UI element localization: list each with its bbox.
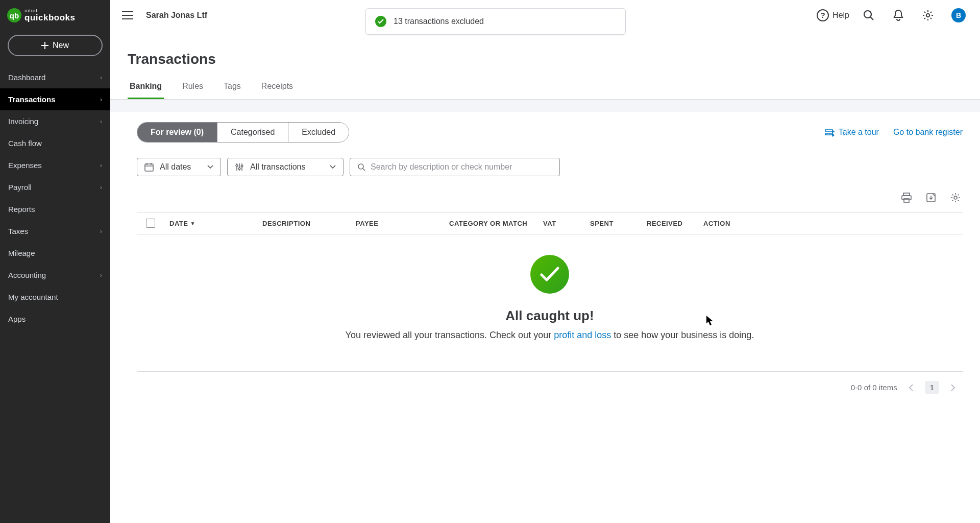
export-icon	[925, 192, 937, 203]
chevron-right-icon: ›	[100, 228, 102, 235]
search-button[interactable]	[859, 5, 879, 26]
take-a-tour-link[interactable]: Take a tour	[824, 128, 879, 137]
tab-banking[interactable]: Banking	[128, 77, 164, 99]
search-input[interactable]	[371, 162, 552, 172]
svg-rect-11	[904, 199, 909, 202]
empty-state-subtitle: You reviewed all your transactions. Chec…	[137, 330, 963, 341]
chevron-right-icon: ›	[100, 118, 102, 125]
go-to-bank-register-link[interactable]: Go to bank register	[893, 128, 963, 137]
column-header-date[interactable]: DATE▼	[164, 220, 257, 227]
sidebar-item-payroll[interactable]: Payroll›	[0, 176, 110, 198]
user-avatar[interactable]: B	[951, 8, 966, 22]
transaction-type-dropdown[interactable]: All transactions	[227, 158, 344, 176]
pill-categorised[interactable]: Categorised	[217, 123, 288, 142]
pill-for-review[interactable]: For review (0)	[137, 123, 217, 142]
hamburger-icon	[122, 11, 133, 19]
notifications-button[interactable]	[888, 5, 909, 26]
pill-excluded[interactable]: Excluded	[288, 123, 349, 142]
sidebar-item-reports[interactable]: Reports	[0, 198, 110, 220]
sidebar-item-apps[interactable]: Apps	[0, 308, 110, 330]
chevron-down-icon	[207, 165, 213, 169]
chevron-down-icon	[330, 165, 336, 169]
print-button[interactable]	[899, 191, 914, 205]
empty-state-title: All caught up!	[137, 308, 963, 324]
sidebar-item-label: Apps	[8, 315, 26, 323]
column-header-received[interactable]: RECEIVED	[642, 220, 698, 227]
svg-point-2	[864, 11, 871, 18]
sidebar-item-label: Transactions	[8, 95, 56, 104]
chevron-right-icon: ›	[100, 96, 102, 103]
company-name[interactable]: Sarah Jonas Ltf	[146, 11, 207, 20]
printer-icon	[901, 192, 912, 203]
date-filter-dropdown[interactable]: All dates	[137, 158, 221, 176]
sidebar-item-dashboard[interactable]: Dashboard›	[0, 66, 110, 88]
tab-receipts[interactable]: Receipts	[259, 77, 295, 99]
pagination-summary: 0-0 of 0 items	[851, 383, 897, 392]
plus-icon	[41, 42, 48, 49]
sidebar-item-my-accountant[interactable]: My accountant	[0, 286, 110, 308]
toast-notification: 13 transactions excluded	[365, 8, 626, 35]
sidebar-item-mileage[interactable]: Mileage	[0, 242, 110, 264]
settings-button[interactable]	[918, 5, 938, 26]
column-header-vat[interactable]: VAT	[538, 220, 585, 227]
column-header-description[interactable]: DESCRIPTION	[257, 220, 351, 227]
sidebar-item-label: Taxes	[8, 227, 28, 235]
bell-icon	[893, 9, 904, 21]
tab-rules[interactable]: Rules	[180, 77, 205, 99]
chevron-right-icon: ›	[100, 184, 102, 191]
svg-point-7	[241, 165, 243, 167]
calendar-icon	[144, 162, 154, 172]
svg-point-5	[236, 164, 238, 167]
date-filter-label: All dates	[160, 162, 191, 172]
next-page-button[interactable]	[948, 382, 958, 393]
search-icon	[357, 163, 365, 171]
column-header-payee[interactable]: PAYEE	[351, 220, 444, 227]
column-header-spent[interactable]: SPENT	[585, 220, 642, 227]
chevron-left-icon	[909, 384, 914, 391]
sort-desc-icon: ▼	[190, 221, 195, 226]
empty-subtitle-post: to see how your business is doing.	[611, 330, 754, 340]
sidebar-item-invoicing[interactable]: Invoicing›	[0, 110, 110, 132]
svg-text:?: ?	[821, 11, 825, 19]
svg-point-13	[954, 196, 957, 199]
column-header-category[interactable]: CATEGORY OR MATCH	[444, 220, 538, 227]
search-icon	[863, 9, 875, 21]
chevron-right-icon: ›	[100, 162, 102, 169]
sidebar-item-expenses[interactable]: Expenses›	[0, 154, 110, 176]
chevron-right-icon: ›	[100, 74, 102, 81]
select-all-checkbox[interactable]	[146, 219, 155, 228]
sidebar-item-label: Dashboard	[8, 73, 45, 82]
table-settings-button[interactable]	[948, 191, 963, 205]
sidebar-item-label: Cash flow	[8, 139, 42, 148]
table-header-row: DATE▼ DESCRIPTION PAYEE CATEGORY OR MATC…	[137, 212, 963, 234]
export-button[interactable]	[924, 191, 938, 205]
svg-point-6	[238, 168, 240, 170]
prev-page-button[interactable]	[906, 382, 916, 393]
sidebar-item-taxes[interactable]: Taxes›	[0, 220, 110, 242]
new-button-label: New	[53, 41, 69, 50]
gear-icon	[950, 192, 961, 203]
success-check-icon	[530, 255, 569, 294]
sliders-icon	[235, 162, 244, 172]
sidebar-item-accounting[interactable]: Accounting›	[0, 264, 110, 286]
new-button[interactable]: New	[8, 35, 103, 56]
tab-tags[interactable]: Tags	[222, 77, 243, 99]
table-footer: 0-0 of 0 items 1	[137, 371, 963, 403]
brand-badge: qb	[7, 8, 21, 22]
main-content: Sarah Jonas Ltf ? Help B	[110, 0, 980, 523]
current-page[interactable]: 1	[925, 381, 939, 394]
brand-logo[interactable]: qb ıntuıt quickbooks	[0, 0, 110, 28]
help-button[interactable]: ? Help	[816, 9, 849, 22]
sidebar-item-label: Accounting	[8, 271, 46, 279]
empty-subtitle-pre: You reviewed all your transactions. Chec…	[346, 330, 554, 340]
profit-and-loss-link[interactable]: profit and loss	[554, 330, 611, 340]
menu-toggle-button[interactable]	[118, 6, 137, 25]
sidebar-item-transactions[interactable]: Transactions›	[0, 88, 110, 110]
sidebar-item-cash-flow[interactable]: Cash flow	[0, 132, 110, 154]
column-header-action[interactable]: ACTION	[698, 220, 754, 227]
transaction-type-label: All transactions	[250, 162, 306, 172]
toast-message: 13 transactions excluded	[394, 17, 484, 26]
search-box[interactable]	[350, 158, 560, 176]
tour-icon	[824, 128, 835, 137]
check-circle-icon	[375, 16, 386, 27]
